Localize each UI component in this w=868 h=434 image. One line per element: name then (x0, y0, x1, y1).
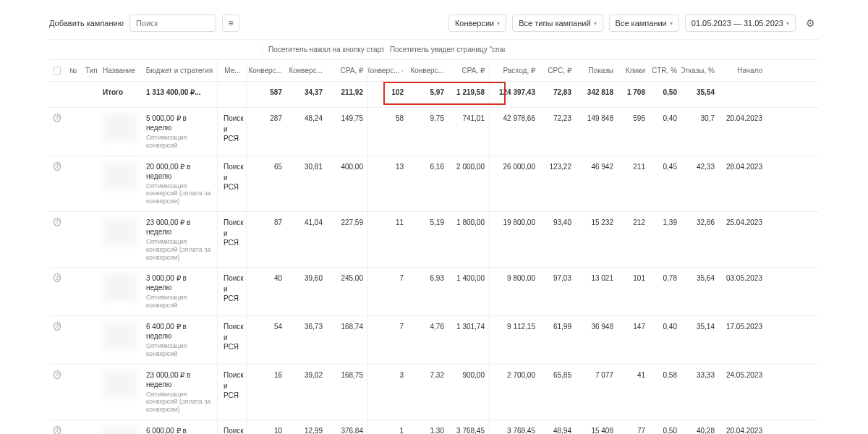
places-cell: Поиски РСЯ (217, 420, 246, 434)
chevron-down-icon: ▾ (594, 20, 597, 27)
col-conv2pct[interactable]: Конверс... (408, 61, 448, 80)
col-places[interactable]: Ме... (217, 61, 246, 80)
table-row[interactable]: ⏱3 000,00 ₽ в неделюОптимизация конверси… (49, 268, 819, 316)
campaign-types-dropdown[interactable]: Все типы кампаний▾ (512, 14, 603, 32)
search-input[interactable] (129, 14, 216, 32)
table-header-row: № Тип Название Бюджет и стратегия Ме... … (49, 60, 819, 82)
col-conv1pct[interactable]: Конверс... (286, 61, 327, 80)
col-clicks[interactable]: Клики (618, 61, 650, 80)
table-row[interactable]: ⏱20 000,00 ₽ в неделюОптимизация конверс… (49, 156, 819, 212)
campaigns-table: Посетитель нажал на кнопку стартов... По… (49, 39, 819, 434)
budget-cell: 20 000,00 ₽ в неделюОптимизация конверси… (142, 156, 217, 211)
col-impressions[interactable]: Показы (576, 61, 618, 80)
clock-icon: ⏱ (54, 162, 61, 171)
row-status: ⏱ (49, 212, 65, 267)
clock-icon: ⏱ (54, 218, 61, 226)
budget-cell: 6 400,00 ₽ в неделюОптимизация конверсий (142, 316, 217, 364)
clock-icon: ⏱ (54, 273, 61, 282)
places-cell: Поиски РСЯ (217, 156, 246, 211)
row-status: ⏱ (49, 316, 65, 364)
col-cpa1[interactable]: CPA, ₽ (327, 61, 367, 80)
col-budget[interactable]: Бюджет и стратегия (142, 61, 217, 80)
col-number[interactable]: № (65, 61, 81, 80)
table-row[interactable]: ⏱23 000,00 ₽ в неделюОптимизация конверс… (49, 365, 819, 420)
table-row[interactable]: ⏱6 000,00 ₽ в неделюОптимизация конверси… (49, 420, 819, 434)
places-cell: Поиски РСЯ (217, 268, 246, 315)
group-header-goal2: Посетитель увидел страницу "спасиб... (383, 46, 505, 54)
col-conv1[interactable]: Конверс... (246, 61, 286, 80)
totals-label: Итого (98, 82, 142, 107)
clock-icon: ⏱ (54, 114, 61, 122)
col-name[interactable]: Название (98, 61, 142, 80)
chevron-down-icon: ▾ (497, 20, 500, 27)
sort-indicator-icon: ↓ (401, 68, 404, 73)
totals-budget: 1 313 400,00 ₽... (142, 82, 217, 107)
campaign-name[interactable] (98, 268, 142, 315)
places-cell: Поиски РСЯ (217, 212, 246, 267)
select-all-checkbox[interactable] (49, 61, 65, 81)
campaign-name[interactable] (98, 212, 142, 267)
campaign-name[interactable] (98, 108, 142, 156)
chevron-down-icon: ▾ (670, 20, 673, 27)
clock-icon: ⏱ (54, 370, 61, 379)
toolbar: Добавить кампанию ≡ Конверсии▾ Все типы … (49, 14, 819, 32)
campaign-name[interactable] (98, 316, 142, 364)
column-group-headers: Посетитель нажал на кнопку стартов... По… (49, 40, 819, 60)
group-header-goal1: Посетитель нажал на кнопку стартов... (262, 46, 383, 54)
conversions-dropdown[interactable]: Конверсии▾ (448, 14, 506, 32)
table-row[interactable]: ⏱5 000,00 ₽ в неделюОптимизация конверси… (49, 108, 819, 156)
sliders-icon: ≡ (228, 18, 233, 28)
row-status: ⏱ (49, 420, 65, 434)
table-row[interactable]: ⏱23 000,00 ₽ в неделюОптимизация конверс… (49, 212, 819, 268)
places-cell: Поиски РСЯ (217, 316, 246, 364)
row-status: ⏱ (49, 268, 65, 315)
row-status: ⏱ (49, 108, 65, 156)
col-ctr[interactable]: CTR, % (650, 61, 681, 80)
col-bounce[interactable]: Отказы, % (681, 61, 719, 80)
budget-cell: 23 000,00 ₽ в неделюОптимизация конверси… (142, 212, 217, 267)
add-campaign-link[interactable]: Добавить кампанию (49, 16, 124, 30)
row-status: ⏱ (49, 156, 65, 211)
campaigns-dropdown[interactable]: Все кампании▾ (609, 14, 679, 32)
totals-row: Итого 1 313 400,00 ₽... 587 34,37 211,92… (49, 82, 819, 108)
campaign-name[interactable] (98, 365, 142, 420)
campaign-name[interactable] (98, 420, 142, 434)
gear-icon: ⚙ (806, 17, 815, 29)
filter-button[interactable]: ≡ (222, 14, 239, 32)
col-cpa2[interactable]: CPA, ₽ (448, 61, 489, 80)
budget-cell: 6 000,00 ₽ в неделюОптимизация конверсий (142, 420, 217, 434)
col-spend[interactable]: Расход, ₽ (489, 61, 540, 80)
places-cell: Поиски РСЯ (217, 365, 246, 420)
budget-cell: 23 000,00 ₽ в неделюОптимизация конверси… (142, 365, 217, 420)
places-cell: Поиски РСЯ (217, 108, 246, 156)
col-cpc[interactable]: CPC, ₽ (540, 61, 576, 80)
settings-button[interactable]: ⚙ (801, 14, 819, 32)
col-type[interactable]: Тип (81, 61, 98, 80)
budget-cell: 3 000,00 ₽ в неделюОптимизация конверсий (142, 268, 217, 315)
clock-icon: ⏱ (54, 426, 61, 434)
col-start[interactable]: Начало (719, 61, 768, 80)
chevron-down-icon: ▾ (786, 20, 789, 27)
date-range-dropdown[interactable]: 01.05.2023 — 31.05.2023▾ (685, 14, 796, 32)
table-row[interactable]: ⏱6 400,00 ₽ в неделюОптимизация конверси… (49, 316, 819, 365)
campaign-name[interactable] (98, 156, 142, 211)
budget-cell: 5 000,00 ₽ в неделюОптимизация конверсий (142, 108, 217, 156)
col-conv2[interactable]: Конверс...↓ (367, 61, 408, 80)
clock-icon: ⏱ (54, 322, 61, 331)
row-status: ⏱ (49, 365, 65, 420)
